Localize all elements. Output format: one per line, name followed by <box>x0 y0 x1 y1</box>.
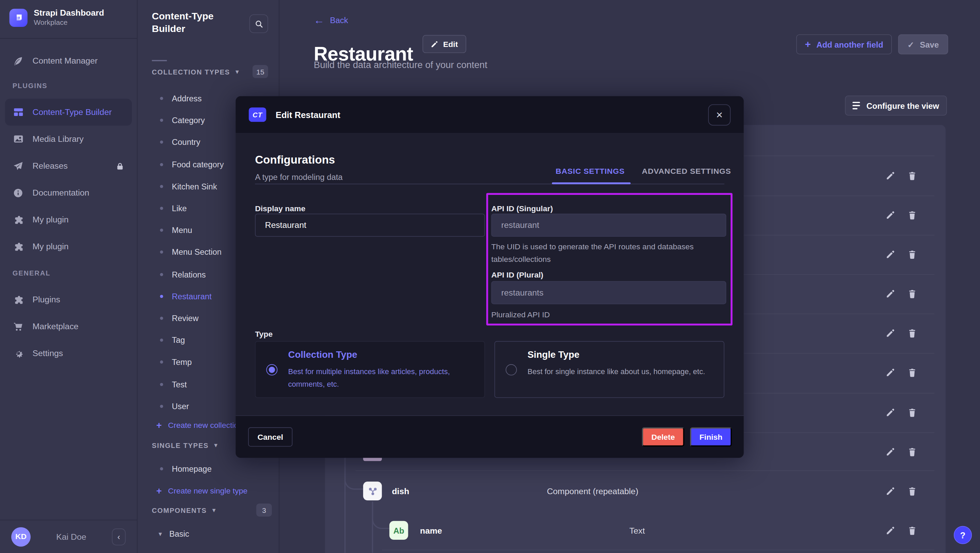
chevron-down-icon: ▼ <box>211 507 218 513</box>
image-icon <box>13 133 24 145</box>
edit-field-icon[interactable] <box>885 486 895 496</box>
edit-field-icon[interactable] <box>885 328 895 338</box>
workspace-name: Workplace <box>34 18 104 27</box>
delete-field-icon[interactable] <box>907 407 917 417</box>
bullet-icon <box>160 405 163 408</box>
collection-count-badge: 15 <box>253 65 268 78</box>
delete-field-icon[interactable] <box>907 249 917 259</box>
active-tab-underline <box>552 182 630 184</box>
sidebar-item-content-type-builder[interactable]: Content-Type Builder <box>5 99 132 126</box>
sidebar-item-label: Media Library <box>33 134 84 144</box>
bullet-icon <box>160 467 163 470</box>
tree-connector <box>372 502 389 529</box>
plus-icon: + <box>156 420 162 430</box>
edit-field-icon[interactable] <box>885 367 895 377</box>
collapse-sidebar-button[interactable]: ‹ <box>112 528 126 545</box>
delete-field-icon[interactable] <box>907 210 917 220</box>
edit-field-icon[interactable] <box>885 447 895 456</box>
sidebar-item-documentation[interactable]: Documentation <box>5 179 132 206</box>
sidebar-item-my-plugin-2[interactable]: My plugin <box>5 233 132 260</box>
delete-field-icon[interactable] <box>907 170 917 180</box>
edit-field-icon[interactable] <box>885 407 895 417</box>
row-actions <box>885 249 917 259</box>
edit-restaurant-modal: CT Edit Restaurant × Configurations A ty… <box>235 96 743 458</box>
back-link[interactable]: ← Back <box>314 15 348 25</box>
bullet-icon <box>160 273 163 276</box>
display-name-input[interactable] <box>255 214 485 237</box>
create-single-type-link[interactable]: +Create new single type <box>156 485 247 496</box>
puzzle-icon <box>13 241 24 252</box>
delete-field-icon[interactable] <box>907 328 917 338</box>
save-button[interactable]: ✓ Save <box>898 34 948 54</box>
user-bar: KD Kai Doe ‹ <box>0 519 137 553</box>
delete-button[interactable]: Delete <box>642 427 684 447</box>
modal-body: Configurations A type for modeling data … <box>235 133 743 415</box>
sidebar-item-label: Settings <box>33 349 63 358</box>
configurations-subheading: A type for modeling data <box>255 172 343 182</box>
edit-field-icon[interactable] <box>885 249 895 259</box>
row-actions <box>885 289 917 299</box>
workspace-switcher[interactable]: Strapi Dashboard Workplace <box>10 8 104 27</box>
sidebar-item-releases[interactable]: Releases <box>5 153 132 179</box>
tab-basic-settings[interactable]: BASIC SETTINGS <box>556 167 625 175</box>
api-id-plural-input[interactable] <box>492 281 727 304</box>
delete-field-icon[interactable] <box>907 447 917 456</box>
sidebar-item-content-manager[interactable]: Content Manager <box>5 48 132 75</box>
sidebar-item-plugins[interactable]: Plugins <box>5 286 132 313</box>
panel-title: Content-Type Builder <box>152 10 246 35</box>
single-type-item-homepage[interactable]: Homepage <box>160 464 212 474</box>
components-count-badge: 3 <box>256 503 272 516</box>
sidebar-item-my-plugin-1[interactable]: My plugin <box>5 206 132 233</box>
cart-icon <box>13 321 24 332</box>
edit-field-icon[interactable] <box>885 289 895 299</box>
component-category-basic[interactable]: ▼Basic <box>158 529 189 539</box>
collection-types-header[interactable]: COLLECTION TYPES▼ <box>152 68 240 76</box>
app-title: Strapi Dashboard <box>34 8 104 18</box>
components-header[interactable]: COMPONENTS▼ <box>152 507 217 514</box>
bullet-icon <box>160 185 163 188</box>
help-button[interactable]: ? <box>954 526 972 544</box>
cancel-button[interactable]: Cancel <box>248 427 292 447</box>
api-id-singular-input[interactable] <box>492 214 727 237</box>
row-actions <box>885 170 917 180</box>
layout-grid-icon <box>13 106 24 118</box>
finish-button[interactable]: Finish <box>690 427 732 447</box>
add-another-field-button[interactable]: + Add another field <box>796 34 892 54</box>
edit-field-icon[interactable] <box>885 170 895 180</box>
configure-view-button[interactable]: Configure the view <box>845 95 947 116</box>
bullet-icon <box>160 97 163 100</box>
bullet-icon <box>160 383 163 386</box>
delete-field-icon[interactable] <box>907 486 917 496</box>
collection-type-card[interactable]: Collection Type Best for multiple instan… <box>255 341 485 398</box>
delete-field-icon[interactable] <box>907 367 917 377</box>
sidebar-item-settings[interactable]: Settings <box>5 340 132 367</box>
search-button[interactable] <box>250 14 268 33</box>
sidebar-item-marketplace[interactable]: Marketplace <box>5 313 132 340</box>
content-type-badge: CT <box>249 108 266 122</box>
plus-icon: + <box>156 485 162 496</box>
bullet-icon <box>160 295 163 298</box>
single-type-card[interactable]: Single Type Best for single instance lik… <box>495 341 724 398</box>
row-actions <box>885 486 917 496</box>
radio-selected-icon[interactable] <box>266 364 277 375</box>
row-actions <box>885 526 917 536</box>
sidebar-item-label: Content Manager <box>33 56 98 66</box>
edit-field-icon[interactable] <box>885 210 895 220</box>
edit-button[interactable]: Edit <box>423 35 466 53</box>
avatar[interactable]: KD <box>11 527 30 546</box>
chevron-down-icon: ▼ <box>213 442 219 448</box>
close-button[interactable]: × <box>708 104 730 125</box>
single-type-desc: Best for single instance like about us, … <box>527 365 719 378</box>
tab-advanced-settings[interactable]: ADVANCED SETTINGS <box>642 167 731 175</box>
single-types-header[interactable]: SINGLE TYPES▼ <box>152 442 219 449</box>
display-name-label: Display name <box>255 204 305 213</box>
radio-unselected-icon[interactable] <box>506 364 517 375</box>
check-icon: ✓ <box>907 40 914 49</box>
api-id-singular-help: The UID is used to generate the API rout… <box>492 240 724 265</box>
delete-field-icon[interactable] <box>907 289 917 299</box>
filter-lines-icon <box>853 102 860 110</box>
delete-field-icon[interactable] <box>907 526 917 536</box>
sidebar-item-media-library[interactable]: Media Library <box>5 126 132 153</box>
strapi-dashboard: Strapi Dashboard Workplace Content Manag… <box>0 0 980 553</box>
edit-field-icon[interactable] <box>885 526 895 536</box>
